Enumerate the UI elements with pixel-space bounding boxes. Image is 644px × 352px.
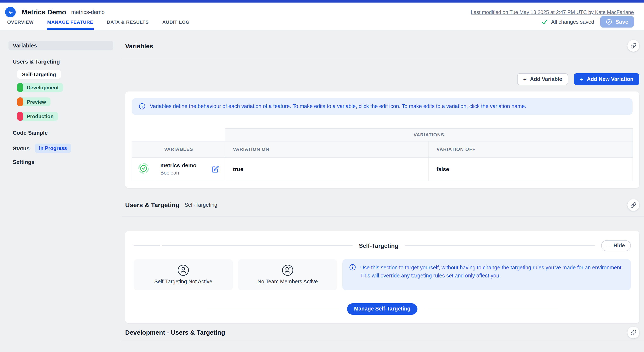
add-new-variation-label: Add New Variation (587, 76, 634, 82)
sidebar-env-development-wrap: Development (17, 83, 113, 93)
back-button[interactable] (5, 7, 16, 17)
tab-audit-log[interactable]: AUDIT LOG (162, 19, 190, 30)
save-status: All changes saved (541, 19, 594, 25)
add-new-variation-button[interactable]: + Add New Variation (574, 73, 639, 85)
self-targeting-title-row: Self-Targeting – Hide (134, 240, 631, 251)
sidebar-item-env-production[interactable]: Production (17, 112, 58, 121)
tab-data-results[interactable]: DATA & RESULTS (106, 19, 149, 30)
save-button[interactable]: Save (600, 16, 634, 27)
feature-key: metrics-demo (71, 9, 105, 15)
table-blank-cell (132, 129, 225, 141)
table-group-header-row: VARIATIONS (132, 129, 633, 141)
divider (207, 309, 340, 309)
env-label: Production (23, 113, 58, 119)
status-badge: In Progress (34, 144, 71, 153)
app-root: Metrics Demo metrics-demo Last modified … (0, 0, 644, 352)
user-plus-circle-icon (282, 265, 294, 276)
sidebar-env-production-wrap: Production (17, 112, 113, 122)
sidebar-item-variables[interactable]: Variables (8, 41, 113, 50)
sidebar-item-users-targeting[interactable]: Users & Targeting (8, 57, 113, 66)
link-icon (630, 43, 636, 49)
variables-permalink-button[interactable] (628, 40, 639, 52)
hide-button-label: Hide (614, 243, 625, 249)
tab-overview[interactable]: OVERVIEW (7, 19, 34, 30)
save-status-text: All changes saved (551, 19, 594, 25)
self-targeting-card-title: Self-Targeting (359, 242, 398, 249)
minus-icon: – (607, 243, 610, 249)
sidebar-item-self-targeting[interactable]: Self-Targeting (17, 70, 61, 79)
sidebar-item-env-preview[interactable]: Preview (17, 97, 51, 106)
variable-name: metrics-demo (160, 163, 197, 169)
app-body: Variables Users & Targeting Self-Targeti… (0, 30, 644, 352)
variable-name-block: metrics-demo Boolean (160, 163, 197, 176)
edit-variable-button[interactable] (211, 165, 220, 174)
last-modified-link[interactable]: Last modified on Tue May 13 2025 at 2:47… (471, 9, 634, 15)
sidebar-item-env-development[interactable]: Development (17, 83, 64, 92)
env-color-swatch-production (17, 112, 23, 121)
sidebar-self-targeting-wrap: Self-Targeting (17, 70, 113, 79)
team-members-status-box: No Team Members Active (238, 259, 337, 290)
header-top-row: Metrics Demo metrics-demo Last modified … (5, 7, 634, 17)
column-header-variation-on: VARIATION ON (225, 141, 429, 157)
self-targeting-info-text: Use this section to target yourself, wit… (360, 264, 624, 280)
info-icon (139, 103, 146, 110)
users-targeting-subheading: Self-Targeting (184, 202, 217, 208)
tab-bar: OVERVIEW MANAGE FEATURE DATA & RESULTS A… (7, 19, 190, 30)
env-color-swatch-preview (17, 97, 23, 106)
header-bottom-row: OVERVIEW MANAGE FEATURE DATA & RESULTS A… (7, 16, 634, 30)
self-targeting-status-label: Self-Targeting Not Active (154, 279, 212, 285)
manage-self-targeting-row: Manage Self-Targeting (134, 303, 631, 315)
divider (425, 309, 557, 309)
variation-on-value: true (225, 157, 429, 181)
top-accent-bar (0, 0, 644, 2)
user-circle-icon (177, 265, 189, 276)
development-permalink-button[interactable] (628, 327, 639, 339)
plus-icon: + (580, 76, 583, 82)
divider (162, 245, 352, 246)
divider (134, 245, 160, 246)
save-button-label: Save (615, 19, 628, 25)
env-label: Development (23, 85, 64, 90)
hide-self-targeting-button[interactable]: – Hide (601, 240, 631, 251)
check-icon (541, 19, 547, 25)
sidebar: Variables Users & Targeting Self-Targeti… (0, 30, 122, 352)
table-row: metrics-demo Boolean true (132, 157, 633, 181)
sidebar-status-row: Status In Progress (8, 144, 113, 153)
add-variable-button[interactable]: + Add Variable (517, 73, 568, 85)
sidebar-item-code-sample[interactable]: Code Sample (8, 128, 113, 138)
edit-icon (212, 166, 219, 173)
users-targeting-heading: Users & Targeting (125, 201, 180, 209)
divider (405, 245, 595, 246)
self-targeting-card: Self-Targeting – Hide Self-Targeting Not… (125, 231, 639, 323)
variables-info-text: Variables define the behaviour of each v… (150, 103, 526, 111)
circle-check-icon (606, 19, 612, 25)
development-heading: Development - Users & Targeting (125, 329, 225, 336)
arrow-left-icon (8, 9, 13, 15)
self-targeting-info-banner: Use this section to target yourself, wit… (342, 259, 631, 290)
page-title: Metrics Demo (22, 8, 66, 16)
variables-table: VARIATIONS VARIABLES VARIATION ON VARIAT… (132, 128, 633, 181)
users-targeting-permalink-button[interactable] (628, 199, 639, 211)
variable-name-cell: metrics-demo Boolean (155, 157, 225, 181)
table-column-header-row: VARIABLES VARIATION ON VARIATION OFF (132, 141, 633, 157)
users-targeting-section-header: Users & Targeting Self-Targeting (125, 188, 639, 217)
sidebar-env-preview-wrap: Preview (17, 97, 113, 108)
variable-target-icon (138, 163, 149, 174)
link-icon (630, 202, 636, 208)
manage-self-targeting-button[interactable]: Manage Self-Targeting (347, 303, 417, 315)
tab-manage-feature[interactable]: MANAGE FEATURE (47, 19, 94, 30)
column-header-variables: VARIABLES (132, 141, 225, 157)
team-members-status-label: No Team Members Active (258, 279, 318, 285)
variables-card: Variables define the behaviour of each v… (125, 91, 639, 188)
self-targeting-status-row: Self-Targeting Not Active No Team Member… (134, 259, 631, 290)
sidebar-item-settings[interactable]: Settings (8, 157, 113, 167)
variables-heading: Variables (125, 42, 153, 49)
variable-status-cell (132, 157, 155, 181)
development-section-header: Development - Users & Targeting (125, 323, 639, 341)
plus-icon: + (523, 76, 526, 82)
status-label: Status (13, 145, 30, 152)
variable-type: Boolean (160, 170, 197, 176)
variation-off-value: false (429, 157, 633, 181)
link-icon (630, 330, 636, 336)
env-color-swatch-development (17, 83, 23, 92)
